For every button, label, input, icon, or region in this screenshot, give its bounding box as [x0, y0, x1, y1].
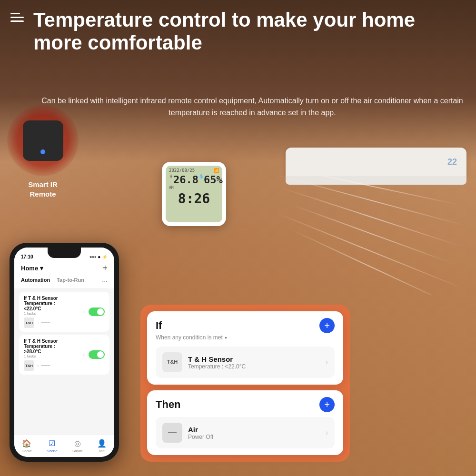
if-card: If + When any condition is met ▾ T&H T &… [147, 311, 343, 385]
sensor-item-icon: T&H [162, 352, 182, 372]
phone-outer-frame: 17:10 ▪▪▪▪ ● ⚡ Home ▾ + Automation Tap-t… [10, 243, 119, 462]
temperature-sensor: 2022/08/25 📶 🌡 26.8 💧 65% AM 8:26 [162, 162, 226, 226]
automation-arrow-2: → [36, 364, 40, 368]
automation-tasks-1: 1 tasks [24, 311, 83, 316]
automation-line-1 [41, 322, 50, 323]
ac-body: 22 [286, 148, 466, 176]
phone-mockup: 17:10 ▪▪▪▪ ● ⚡ Home ▾ + Automation Tap-t… [10, 243, 119, 462]
sensor-readings: 🌡 26.8 💧 65% [169, 174, 219, 186]
automation-item-2[interactable]: If T & H Sensor Temperature : >28.0°C 1 … [19, 335, 109, 375]
sensor-item-content: T & H Sensor Temperature : <22.0°C [188, 355, 320, 370]
phone-divider [21, 288, 108, 289]
main-headline: Temperature control to make your home mo… [33, 9, 466, 55]
ir-remote-device [23, 120, 63, 161]
nav-home[interactable]: 🏠 Home [22, 439, 32, 453]
ir-remote-section: Smart IRRemote [0, 105, 86, 198]
then-card: Then + — Air Power Off › [147, 390, 343, 455]
phone-tabs: Automation Tap-to-Run ··· [14, 277, 114, 288]
air-item-chevron: › [326, 428, 328, 437]
phone-screen: 17:10 ▪▪▪▪ ● ⚡ Home ▾ + Automation Tap-t… [14, 248, 114, 457]
air-item-icon: — [162, 423, 182, 443]
wind-lines [238, 176, 476, 295]
nav-me-label: Me [99, 449, 105, 453]
air-item-content: Air Power Off [188, 426, 320, 440]
automation-line-2 [41, 365, 50, 366]
automation-chevron-2: › [83, 351, 85, 358]
ir-remote-indicator [40, 149, 45, 154]
nav-me-icon: 👤 [97, 439, 107, 448]
nav-home-label: Home [22, 449, 32, 453]
then-card-air-item[interactable]: — Air Power Off › [156, 417, 335, 448]
nav-scene[interactable]: ☑ Scene [47, 439, 58, 453]
automation-icon-row-2: T&H → [24, 360, 83, 371]
ir-remote-glow [7, 105, 79, 176]
if-card-title: If [156, 319, 162, 332]
phone-bottom-nav: 🏠 Home ☑ Scene ◎ Smart 👤 Me [14, 435, 114, 457]
then-card-header: Then + [156, 397, 335, 412]
automation-icon-row-1: T&H → [24, 317, 83, 328]
sensor-temperature: 26.8 [173, 174, 198, 186]
phone-home-label: Home ▾ [21, 265, 43, 272]
phone-home-header: Home ▾ + [14, 261, 114, 277]
main-subtext: Can be linked with intelligent infrared … [38, 95, 466, 119]
automation-sensor-icon-2: T&H [24, 360, 34, 371]
automation-toggle-1[interactable] [89, 307, 105, 316]
sensor-item-title: T & H Sensor [188, 355, 320, 363]
hamburger-menu[interactable] [10, 10, 24, 24]
automation-title-1: If T & H Sensor Temperature : <22.0°C [24, 296, 83, 311]
automation-content-2: If T & H Sensor Temperature : >28.0°C 1 … [24, 338, 83, 371]
automation-tasks-2: 1 tasks [24, 354, 83, 358]
nav-scene-icon: ☑ [49, 439, 55, 448]
nav-smart-label: Smart [72, 449, 82, 453]
automation-content-1: If T & H Sensor Temperature : <22.0°C 1 … [24, 296, 83, 328]
nav-me[interactable]: 👤 Me [97, 439, 107, 453]
nav-smart-icon: ◎ [74, 439, 81, 448]
phone-signal-icons: ▪▪▪▪ ● ⚡ [89, 254, 108, 259]
nav-smart[interactable]: ◎ Smart [72, 439, 82, 453]
sensor-am: AM [169, 186, 219, 190]
if-card-sensor-item[interactable]: T&H T & H Sensor Temperature : <22.0°C › [156, 347, 335, 378]
air-item-sub: Power Off [188, 434, 320, 440]
automation-arrow-1: → [36, 321, 40, 325]
tab-more-options[interactable]: ··· [102, 277, 108, 285]
sensor-time: 8:26 [169, 191, 219, 207]
sensor-screen: 2022/08/25 📶 🌡 26.8 💧 65% AM 8:26 [166, 166, 222, 222]
if-card-subtitle-arrow: ▾ [225, 335, 227, 340]
nav-home-icon: 🏠 [22, 439, 31, 448]
sensor-item-sub: Temperature : <22.0°C [188, 363, 320, 370]
if-card-subtitle: When any condition is met ▾ [156, 334, 335, 341]
tab-tap-to-run[interactable]: Tap-to-Run [57, 277, 84, 285]
if-card-plus-button[interactable]: + [319, 318, 335, 333]
automation-title-2: If T & H Sensor Temperature : >28.0°C [24, 338, 83, 354]
then-card-title: Then [156, 398, 181, 411]
sensor-date: 2022/08/25 [169, 168, 195, 173]
ir-remote-label: Smart IRRemote [0, 180, 86, 198]
nav-scene-label: Scene [47, 449, 58, 453]
sensor-wifi-icon: 📶 [214, 168, 219, 173]
automation-toggle-2[interactable] [89, 350, 105, 359]
automation-item-1[interactable]: If T & H Sensor Temperature : <22.0°C 1 … [19, 292, 109, 332]
if-card-header: If + [156, 318, 335, 333]
background: Temperature control to make your home mo… [0, 0, 476, 476]
air-item-title: Air [188, 426, 320, 434]
then-card-plus-button[interactable]: + [319, 397, 335, 412]
phone-time: 17:10 [21, 254, 33, 259]
sensor-humidity: 65% [204, 174, 223, 186]
ac-display: 22 [447, 157, 457, 167]
tab-automation[interactable]: Automation [21, 277, 50, 285]
phone-add-button[interactable]: + [102, 263, 108, 273]
sensor-item-chevron: › [326, 358, 328, 367]
popup-wrapper: If + When any condition is met ▾ T&H T &… [140, 305, 350, 462]
phone-notch [48, 248, 81, 258]
automation-sensor-icon-1: T&H [24, 317, 34, 328]
automation-chevron-1: › [83, 308, 85, 315]
